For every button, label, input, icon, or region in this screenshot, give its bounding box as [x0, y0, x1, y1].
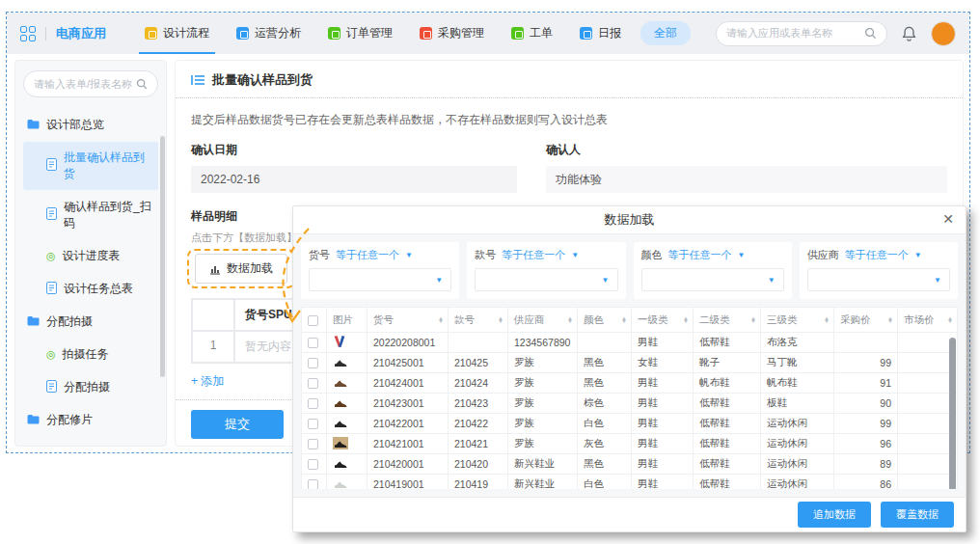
column-header-供应商[interactable]: 供应商▲▼ — [508, 308, 578, 333]
cell-二级类: 低帮鞋 — [694, 475, 761, 490]
row-checkbox[interactable] — [308, 459, 318, 470]
global-search-input[interactable]: 请输入应用或表单名称 — [716, 21, 887, 46]
sort-icon[interactable]: ▲▼ — [438, 316, 444, 323]
search-placeholder: 请输入应用或表单名称 — [726, 26, 864, 41]
sort-icon[interactable]: ▲▼ — [947, 316, 953, 323]
nav-tabs: 设计流程运营分析订单管理采购管理工单日报 — [131, 13, 635, 54]
table-header-row: 图片货号▲▼款号▲▼供应商▲▼颜色▲▼一级类▲▼二级类▲▼三级类▲▼采购价▲▼市… — [302, 308, 958, 333]
sidebar-group-设计部总览[interactable]: 设计部总览 — [23, 109, 158, 141]
sort-icon[interactable]: ▲▼ — [750, 316, 756, 323]
design-icon — [145, 27, 157, 40]
folder-icon — [27, 315, 40, 329]
sort-down-icon: ▼ — [887, 320, 893, 323]
submit-button[interactable]: 提交 — [191, 410, 284, 439]
cell-颜色: 灰色 — [578, 434, 632, 454]
apps-grid-icon[interactable] — [20, 26, 36, 41]
cell-一级类: 女鞋 — [632, 353, 694, 373]
filter-value-select[interactable]: ▼ — [641, 268, 784, 291]
sidebar-item-修片任务[interactable]: ◎修片任务 — [23, 437, 158, 447]
nav-tab-订单管理[interactable]: 订单管理 — [314, 13, 406, 54]
sort-icon[interactable]: ▲▼ — [567, 316, 573, 323]
filter-condition[interactable]: 货号等于任意一个▼ — [309, 248, 451, 262]
row-checkbox[interactable] — [308, 479, 318, 489]
nav-tab-label: 设计流程 — [163, 25, 209, 41]
sidebar-search-input[interactable]: 请输入表单/报表名称 — [23, 70, 158, 97]
page-title: 批量确认样品到货 — [212, 71, 313, 89]
append-data-button[interactable]: 追加数据 — [798, 502, 871, 528]
sidebar-item-label: 修片任务 — [63, 445, 109, 447]
filter-货号: 货号等于任意一个▼▼ — [301, 242, 459, 299]
column-header-三级类[interactable]: 三级类▲▼ — [761, 308, 834, 333]
row-checkbox[interactable] — [308, 378, 318, 389]
overwrite-data-button[interactable]: 覆盖数据 — [881, 502, 954, 528]
mini-table-column-label: 货号SPU — [245, 308, 292, 321]
column-header-货号[interactable]: 货号▲▼ — [368, 308, 449, 333]
user-avatar[interactable] — [931, 21, 956, 46]
all-apps-pill[interactable]: 全部 — [640, 21, 691, 45]
modal-body: 货号等于任意一个▼▼款号等于任意一个▼▼颜色等于任意一个▼▼供应商等于任意一个▼… — [293, 234, 966, 497]
cell-供应商: 新兴鞋业 — [508, 454, 578, 475]
sort-icon[interactable]: ▲▼ — [621, 316, 627, 323]
confirm-date-input[interactable]: 2022-02-16 — [191, 166, 517, 193]
column-header-二级类[interactable]: 二级类▲▼ — [694, 308, 761, 333]
table-row: 202202080011234567890男鞋低帮鞋布洛克 — [302, 333, 958, 353]
row-checkbox[interactable] — [308, 419, 318, 429]
nav-tab-label: 运营分析 — [255, 25, 301, 41]
column-header-颜色[interactable]: 颜色▲▼ — [578, 308, 632, 333]
select-all-checkbox[interactable] — [308, 315, 318, 326]
cell-货号: 210419001 — [368, 475, 449, 490]
row-checkbox[interactable] — [308, 439, 318, 449]
filter-condition[interactable]: 款号等于任意一个▼ — [475, 248, 617, 262]
sort-icon[interactable]: ▲▼ — [683, 316, 689, 323]
sidebar-item-分配拍摄[interactable]: 分配拍摄 — [23, 371, 158, 403]
sidebar-group-分配拍摄[interactable]: 分配拍摄 — [23, 306, 158, 338]
column-header-label: 一级类 — [638, 313, 668, 325]
cell-采购价: 90 — [834, 394, 898, 414]
top-navigation-bar: 电商应用 设计流程运营分析订单管理采购管理工单日报 全部 请输入应用或表单名称 — [7, 13, 969, 54]
divider — [45, 27, 46, 41]
nav-tab-运营分析[interactable]: 运营分析 — [223, 13, 314, 54]
filter-value-select[interactable]: ▼ — [309, 268, 451, 291]
nav-tab-设计流程[interactable]: 设计流程 — [131, 13, 223, 54]
sidebar-item-label: 确认样品到货_扫码 — [64, 199, 154, 231]
sort-icon[interactable]: ▲▼ — [824, 316, 830, 323]
sidebar-item-批量确认样品到货[interactable]: 批量确认样品到货 — [23, 142, 158, 190]
current-app-name[interactable]: 电商应用 — [56, 25, 106, 42]
filter-condition[interactable]: 颜色等于任意一个▼ — [641, 248, 784, 262]
column-header-款号[interactable]: 款号▲▼ — [449, 308, 508, 333]
row-checkbox[interactable] — [308, 358, 318, 368]
sort-icon[interactable]: ▲▼ — [887, 316, 893, 323]
nav-tab-采购管理[interactable]: 采购管理 — [406, 13, 498, 54]
sidebar-item-拍摄任务[interactable]: ◎拍摄任务 — [23, 339, 158, 370]
nav-tab-工单[interactable]: 工单 — [498, 13, 566, 54]
row-checkbox[interactable] — [308, 398, 318, 409]
filter-operator[interactable]: 等于任意一个 — [336, 248, 399, 262]
filter-condition[interactable]: 供应商等于任意一个▼ — [807, 248, 950, 262]
sidebar-group-分配修片[interactable]: 分配修片 — [23, 404, 158, 436]
filter-row: 货号等于任意一个▼▼款号等于任意一个▼▼颜色等于任意一个▼▼供应商等于任意一个▼… — [301, 242, 958, 299]
sidebar-scrollbar[interactable] — [160, 136, 165, 377]
close-icon[interactable]: ✕ — [942, 211, 954, 227]
sidebar-item-设计任务总表[interactable]: 设计任务总表 — [23, 273, 158, 305]
confirm-person-input[interactable]: 功能体验 — [546, 166, 947, 193]
filter-operator[interactable]: 等于任意一个 — [845, 248, 909, 262]
filter-operator[interactable]: 等于任意一个 — [502, 248, 565, 262]
nav-tab-日报[interactable]: 日报 — [566, 13, 635, 54]
column-header-一级类[interactable]: 一级类▲▼ — [632, 308, 694, 333]
filter-value-select[interactable]: ▼ — [475, 268, 617, 291]
filter-value-select[interactable]: ▼ — [807, 268, 950, 291]
filter-operator[interactable]: 等于任意一个 — [668, 248, 732, 262]
column-header-市场价[interactable]: 市场价▲▼ — [898, 308, 958, 333]
cell-货号: 20220208001 — [368, 333, 449, 353]
cell-三级类: 运动休闲 — [761, 434, 834, 454]
product-image-cell — [327, 373, 368, 394]
notification-bell-icon[interactable] — [901, 25, 917, 42]
sidebar-item-设计进度表[interactable]: ◎设计进度表 — [23, 240, 158, 272]
row-checkbox[interactable] — [308, 338, 318, 348]
table-scrollbar[interactable] — [949, 338, 956, 489]
sort-icon[interactable]: ▲▼ — [498, 316, 504, 323]
data-load-button[interactable]: 数据加载 — [195, 254, 287, 284]
column-header-采购价[interactable]: 采购价▲▼ — [834, 308, 898, 333]
sidebar-item-确认样品到货_扫码[interactable]: 确认样品到货_扫码 — [23, 191, 158, 239]
table-row: 210424001210424罗族黑色男鞋帆布鞋帆布鞋91 — [302, 373, 958, 394]
